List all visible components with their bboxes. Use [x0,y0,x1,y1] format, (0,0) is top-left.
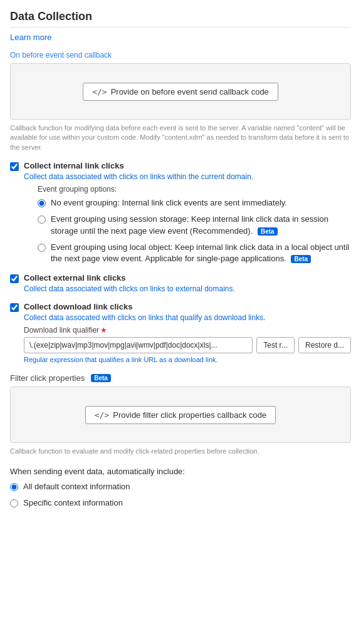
download-link-sub-text: Collect data assocated with clicks on li… [24,313,351,322]
filter-click-row: Filter click properties Beta [10,373,351,383]
context-radio-all[interactable] [10,483,18,491]
beta-badge-opt2: Beta [258,227,278,236]
external-link-label[interactable]: Collect external link clicks [24,273,126,283]
beta-badge-opt3: Beta [291,255,311,263]
context-radio-group: All default context information Specific… [10,481,351,509]
on-before-event-label: On before event send callback [10,51,351,60]
internal-link-sub-text: Collect data associated with clicks on l… [24,172,351,181]
download-input-row: Test r... Restore d... [24,337,351,353]
learn-more-link[interactable]: Learn more [10,33,51,42]
filter-click-label: Filter click properties [10,373,85,383]
download-qualifier-label: Download link qualifier★ [24,326,351,335]
radio-opt2[interactable] [38,216,46,224]
download-qualifier-input[interactable] [24,337,253,353]
required-star: ★ [100,326,107,335]
filter-click-btn-label: Provide filter click properties callback… [113,410,266,420]
internal-link-label[interactable]: Collect internal link clicks [24,161,124,170]
radio-row-opt2: Event grouping using session storage: Ke… [38,214,351,236]
context-radio-row-1: All default context information [10,481,351,492]
download-link-row: Collect download link clicks Collect dat… [10,302,351,363]
filter-click-badge: Beta [91,374,111,382]
restore-default-btn[interactable]: Restore d... [298,337,351,353]
event-grouping-options: No event grouping: Internal link click e… [38,197,351,264]
page-title: Data Collection [10,10,351,23]
on-before-event-placeholder-btn[interactable]: </> Provide on before event send callbac… [83,83,278,101]
internal-link-row: Collect internal link clicks Collect dat… [10,161,351,264]
event-grouping-label: Event grouping options: [38,185,351,194]
filter-code-icon: </> [95,410,109,420]
filter-click-placeholder-btn[interactable]: </> Provide filter click properties call… [85,406,276,424]
download-link-label[interactable]: Collect download link clicks [24,302,132,311]
filter-click-helper: Callback function to evaluate and modify… [10,447,351,456]
external-link-row: Collect external link clicks Collect dat… [10,273,351,293]
radio-opt2-label[interactable]: Event grouping using session storage: Ke… [51,214,328,235]
external-link-checkbox[interactable] [10,274,19,283]
download-qualifier-helper: Regular expression that qualifies a link… [24,356,351,363]
context-radio-all-label[interactable]: All default context information [23,481,130,492]
radio-row-opt1: No event grouping: Internal link click e… [38,197,351,209]
auto-include-label: When sending event data, automatically i… [10,467,351,476]
on-before-event-helper: Callback function for modifying data bef… [10,123,351,152]
radio-opt1[interactable] [38,199,46,207]
radio-opt1-label[interactable]: No event grouping: Internal link click e… [51,197,287,209]
radio-opt3[interactable] [38,244,46,252]
on-before-event-btn-label: Provide on before event send callback co… [111,87,269,96]
filter-click-code-box: </> Provide filter click properties call… [10,387,351,443]
context-radio-specific-label[interactable]: Specific context information [23,497,123,509]
code-icon: </> [92,87,107,96]
context-radio-row-2: Specific context information [10,497,351,509]
internal-link-checkbox[interactable] [10,162,19,171]
download-link-checkbox[interactable] [10,303,19,312]
on-before-event-code-box: </> Provide on before event send callbac… [10,63,351,120]
context-radio-specific[interactable] [10,499,18,507]
external-link-sub-text: Collect data associated with clicks on l… [24,284,235,293]
radio-row-opt3: Event grouping using local object: Keep … [38,242,351,264]
test-regex-btn[interactable]: Test r... [256,337,295,353]
